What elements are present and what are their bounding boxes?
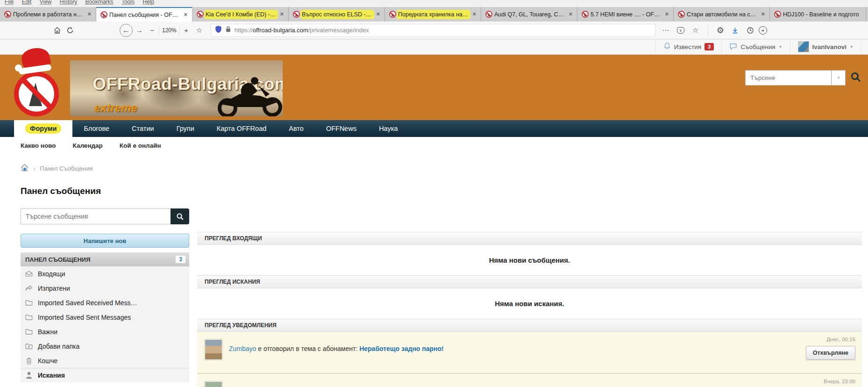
- motocross-silhouette-icon: [215, 75, 283, 116]
- nav-item-offnews[interactable]: OFFNews: [315, 120, 368, 137]
- sidebar-item-inbox[interactable]: Входящи: [21, 266, 189, 281]
- notification-action-text: е отговорил в тема с абонамент:: [258, 345, 357, 352]
- browser-tab-4[interactable]: Въпрос относно ELSD - OF ✕: [289, 7, 385, 22]
- nav-item-science[interactable]: Наука: [368, 120, 409, 137]
- sidebar-item-trash[interactable]: Кошче: [21, 353, 189, 368]
- tab-close-icon[interactable]: ✕: [663, 11, 670, 18]
- browser-tab-2-active[interactable]: Панел съобщения - OFFRo ✕: [96, 7, 192, 22]
- nav-item-auto[interactable]: Авто: [277, 120, 315, 137]
- inbox-empty-message: Няма нови съобщения.: [197, 245, 862, 275]
- compose-new-button[interactable]: Напишете нов: [21, 234, 189, 248]
- bookmark-star-icon[interactable]: ☆: [193, 24, 206, 37]
- subnav-whats-new[interactable]: Какво ново: [21, 142, 56, 149]
- browser-tab-5[interactable]: Поредната хранилка на KA ✕: [385, 7, 481, 22]
- folder-list: Входящи Изпратени Imported Saved Receive…: [21, 266, 189, 382]
- tab-close-icon[interactable]: ✕: [182, 11, 189, 18]
- speech-bubble-icon: [729, 43, 737, 51]
- subnav-calendar[interactable]: Календар: [73, 142, 103, 149]
- section-header-requests: ПРЕГЛЕД ИСКАНИЯ: [197, 275, 862, 288]
- avatar[interactable]: [205, 339, 222, 360]
- history-clock-icon[interactable]: [744, 24, 757, 37]
- site-favicon-icon: [582, 11, 589, 18]
- menu-bookmarks[interactable]: Bookmarks: [85, 0, 114, 5]
- menu-help[interactable]: Help: [142, 0, 154, 5]
- folder-icon: [25, 300, 33, 306]
- user-menu[interactable]: IvanIvanovi ▼: [790, 39, 861, 55]
- site-favicon-icon: [4, 11, 11, 18]
- messages-menu[interactable]: Съобщения ▼: [721, 39, 790, 55]
- nav-item-forums[interactable]: Форуми: [14, 120, 72, 137]
- nav-item-articles[interactable]: Статии: [121, 120, 165, 137]
- section-header-inbox: ПРЕГЛЕД ВХОДЯЩИ: [197, 232, 862, 245]
- sidebar-item-imported-received[interactable]: Imported Saved Received Mess…: [21, 295, 189, 310]
- forward-icon[interactable]: →: [133, 24, 146, 37]
- menu-view[interactable]: View: [40, 0, 52, 5]
- tab-close-icon[interactable]: ✕: [760, 11, 767, 18]
- person-icon: [25, 372, 33, 379]
- chevron-down-icon: ▼: [779, 45, 783, 49]
- home-icon[interactable]: [50, 24, 64, 37]
- message-search-input[interactable]: [21, 208, 171, 224]
- menu-history[interactable]: History: [60, 0, 77, 5]
- site-logo[interactable]: OFFRoad-Bulgaria.com extreme: [14, 58, 283, 116]
- tab-close-icon[interactable]: ✕: [278, 11, 285, 18]
- subnav-whos-online[interactable]: Кой е онлайн: [120, 142, 161, 149]
- main-navigation: Форуми Блогове Статии Групи Карта OFFRoa…: [0, 120, 868, 137]
- nav-item-groups[interactable]: Групи: [165, 120, 206, 137]
- page-actions-icon[interactable]: ⋯: [659, 24, 672, 37]
- account-icon[interactable]: ◕: [759, 26, 767, 35]
- sidebar-item-requests[interactable]: Искания: [21, 368, 189, 382]
- tab-close-icon[interactable]: ✕: [567, 11, 574, 18]
- sidebar-item-important[interactable]: Важни: [21, 324, 189, 339]
- sidebar-item-add-folder[interactable]: Добави папка: [21, 339, 189, 353]
- notification-topic-link[interactable]: Неработещо задно парно!: [359, 345, 444, 352]
- tab-close-icon[interactable]: ✕: [471, 11, 478, 18]
- zoom-in-button[interactable]: +: [180, 24, 193, 37]
- sidebar-item-imported-sent[interactable]: Imported Saved Sent Messages: [21, 310, 189, 324]
- menu-edit[interactable]: Edit: [22, 0, 32, 5]
- notifications-count-badge: 3: [704, 43, 714, 50]
- chevron-down-icon: ▼: [850, 45, 854, 49]
- zoom-level-indicator[interactable]: 120%: [159, 26, 180, 35]
- search-scope-dropdown[interactable]: ▼: [832, 70, 846, 86]
- tab-title: HDJ100 - Baseline и подгото: [783, 11, 861, 18]
- toolbar-divider: [708, 25, 708, 36]
- zoom-out-button[interactable]: −: [146, 24, 159, 37]
- browser-tab-1[interactable]: Проблеми в работата на ф ✕: [0, 7, 96, 22]
- tab-title: Audi Q7, GL, Touareg, Cayen: [494, 11, 565, 18]
- site-header: OFFRoad-Bulgaria.com extreme ▼: [0, 55, 868, 120]
- menu-tools[interactable]: Tools: [121, 0, 135, 5]
- tab-close-icon[interactable]: ✕: [375, 11, 382, 18]
- browser-tab-8[interactable]: Стари автомобили на служ ✕: [674, 7, 770, 22]
- message-search-button[interactable]: [171, 208, 189, 224]
- settings-gear-icon[interactable]: ⚙: [714, 24, 727, 37]
- breadcrumb-home-icon[interactable]: [21, 164, 28, 173]
- refresh-icon[interactable]: [64, 24, 77, 37]
- nav-item-map[interactable]: Карта OFFRoad: [206, 120, 277, 137]
- avatar[interactable]: [205, 381, 222, 387]
- browser-tab-9[interactable]: HDJ100 - Baseline и подгото: [770, 7, 866, 22]
- dismiss-button[interactable]: Отхвърляне: [806, 346, 855, 360]
- bell-icon: [663, 42, 671, 51]
- tab-close-icon[interactable]: ✕: [86, 11, 93, 18]
- menu-file[interactable]: File: [5, 0, 14, 5]
- pocket-icon[interactable]: ∨: [674, 24, 687, 37]
- bookmark-page-star-icon[interactable]: ☆: [689, 24, 702, 37]
- back-icon[interactable]: ←: [120, 24, 133, 37]
- tracking-shield-icon[interactable]: [215, 25, 222, 35]
- notifications-menu[interactable]: Известия 3: [655, 39, 722, 55]
- browser-tab-3[interactable]: Kia Cee'd I Комби (ED) - въ ✕: [192, 7, 289, 22]
- downloads-icon[interactable]: [729, 24, 742, 37]
- url-bar[interactable]: https://offroad-bulgaria.com/privatemess…: [211, 24, 655, 37]
- sidebar-item-sent[interactable]: Изпратени: [21, 281, 189, 295]
- sidebar-search: [21, 208, 189, 224]
- search-icon[interactable]: [850, 72, 861, 85]
- notification-user-link[interactable]: Zumbayo: [229, 345, 256, 352]
- inbox-envelope-icon: [25, 270, 33, 277]
- header-search-input[interactable]: [745, 70, 832, 86]
- site-subtitle: extreme: [94, 101, 137, 115]
- browser-menubar: File Edit View History Bookmarks Tools H…: [0, 0, 868, 7]
- browser-tab-7[interactable]: 5.7 HEMI виене .... - OFFRoa ✕: [577, 7, 674, 22]
- nav-item-blogs[interactable]: Блогове: [72, 120, 121, 137]
- browser-tab-6[interactable]: Audi Q7, GL, Touareg, Cayen ✕: [481, 7, 577, 22]
